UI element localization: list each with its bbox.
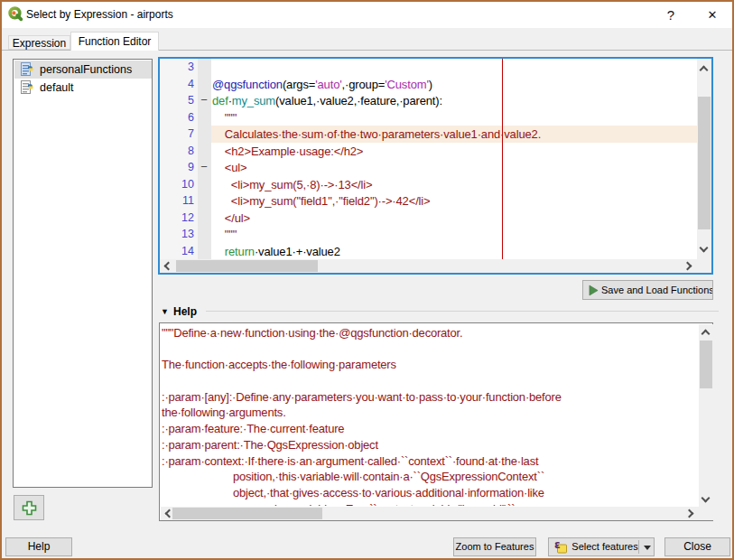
help-text-line: :·param·parent:·The·QgsExpression·object	[162, 438, 378, 452]
code-line: @qgsfunction(args='auto',·group='Custom'…	[211, 76, 697, 93]
code-line: """	[211, 226, 697, 243]
help-text-line: :·param·context:·If·there·is·an·argument…	[162, 454, 538, 468]
tab-expression[interactable]: Expression	[8, 35, 70, 50]
plus-icon	[22, 500, 37, 516]
line-number: 3	[160, 59, 194, 76]
titlebar-close-button[interactable]: ✕	[699, 2, 726, 28]
code-line: <li>my_sum("field1",·"field2")·->·42</li…	[211, 192, 697, 210]
code-line-text: <li>my_sum(5,·8)·->·13</li>	[212, 178, 372, 191]
split-button-divider	[638, 540, 639, 554]
add-function-file-button[interactable]	[14, 495, 44, 520]
help-text-line: expression·variables.·E.g.·``context.var…	[235, 502, 515, 506]
help-text-line: object,·that·gives·access·to·various·add…	[233, 486, 544, 499]
code-line	[211, 59, 697, 76]
help-group-title: Help	[173, 305, 197, 318]
help-vertical-scrollbar[interactable]	[699, 324, 713, 507]
titlebar-help-button[interactable]: ?	[657, 2, 684, 28]
code-line-text: </ul>	[212, 211, 250, 225]
help-hscroll-thumb[interactable]	[172, 508, 322, 519]
fold-marker-icon[interactable]: −	[200, 92, 209, 109]
dropdown-arrow-icon[interactable]	[644, 546, 651, 550]
select-features-label: Select features	[570, 538, 640, 555]
help-button[interactable]: Help	[5, 537, 72, 556]
scroll-down-icon[interactable]	[700, 244, 709, 253]
scroll-right-icon[interactable]	[685, 509, 694, 518]
line-number: 6	[160, 109, 194, 126]
help-text-line: the·following·arguments.	[162, 406, 286, 419]
line-number: 7	[160, 126, 194, 143]
code-line: <h2>Example·usage:</h2>	[211, 143, 697, 160]
editor-hscroll-thumb[interactable]	[176, 260, 318, 272]
function-file-item[interactable]: personalFunctions	[14, 61, 152, 79]
function-file-label: default	[40, 81, 74, 94]
line-number: 14	[160, 243, 194, 260]
scroll-up-icon[interactable]	[701, 330, 711, 339]
code-line: </ul>	[211, 210, 697, 227]
help-text: """Define·a·new·function·using·the·@qgsf…	[161, 324, 699, 506]
help-viewer[interactable]: """Define·a·new·function·using·the·@qgsf…	[159, 322, 713, 521]
editor-vscroll-thumb[interactable]	[698, 97, 711, 229]
code-line-text: """	[212, 228, 237, 241]
python-file-icon	[20, 62, 34, 77]
line-number: 4	[160, 76, 194, 93]
scroll-left-icon[interactable]	[164, 262, 173, 271]
tab-function-editor[interactable]: Function Editor	[70, 32, 159, 51]
python-file-icon	[20, 80, 34, 95]
code-line: def·my_sum(value1,·value2,·feature,·pare…	[211, 92, 697, 109]
line-number: 13	[160, 226, 194, 243]
help-group-frame	[206, 311, 719, 312]
code-line: return·value1·+·value2	[211, 243, 697, 260]
scroll-down-icon[interactable]	[701, 494, 711, 503]
select-features-button[interactable]: ε Select features	[548, 537, 655, 556]
code-line: """	[211, 109, 697, 126]
code-line-text: <li>my_sum("field1",·"field2")·->·42</li…	[212, 194, 431, 208]
help-scroll-corner	[699, 507, 713, 520]
help-horizontal-scrollbar[interactable]	[161, 507, 699, 520]
help-text-line: """Define·a·new·function·using·the·@qgsf…	[162, 326, 462, 340]
function-file-label: personalFunctions	[40, 63, 132, 76]
window-title: Select by Expression - airports	[26, 8, 173, 21]
line-number: 12	[160, 210, 194, 227]
current-line-highlight: Calculates·the·sum·of·the·two·parameters…	[211, 126, 697, 143]
editor-vertical-scrollbar[interactable]	[697, 59, 711, 259]
function-file-item[interactable]: default	[14, 79, 152, 97]
save-and-load-functions-button[interactable]: Save and Load Functions	[582, 280, 713, 300]
help-text-line: The·function·accepts·the·following·param…	[162, 358, 396, 371]
line-number-margin: 34567891011121314	[160, 59, 198, 259]
help-text-line: position,·this·variable·will·contain·a·`…	[233, 470, 544, 483]
run-icon	[589, 285, 599, 296]
line-number: 9	[160, 159, 194, 176]
qgis-logo-icon	[8, 6, 23, 22]
code-line-text: def·my_sum(value1,·value2,·feature,·pare…	[212, 94, 442, 107]
fold-marker-icon[interactable]: −	[200, 159, 209, 176]
line-number: 11	[160, 192, 194, 210]
close-button[interactable]: Close	[664, 537, 730, 556]
line-number: 5	[160, 92, 194, 109]
help-text-line: :·param·[any]:·Define·any·parameters·you…	[162, 390, 562, 404]
scroll-right-icon[interactable]	[683, 262, 692, 271]
editor-horizontal-scrollbar[interactable]	[160, 259, 697, 273]
collapse-arrow-icon[interactable]: ▼	[161, 307, 170, 316]
svg-text:ε: ε	[554, 539, 561, 551]
function-file-list[interactable]: personalFunctionsdefault	[13, 59, 153, 488]
code-line-text: @qgsfunction(args='auto',·group='Custom'…	[212, 78, 432, 91]
dialog-select-by-expression: Select by Expression - airports ? ✕ Expr…	[0, 0, 734, 560]
editor-scroll-corner	[697, 259, 711, 273]
code-line-text: <h2>Example·usage:</h2>	[212, 145, 363, 158]
line-number: 8	[160, 143, 194, 160]
code-line: <li>my_sum(5,·8)·->·13</li>	[211, 176, 697, 193]
code-line-text: """	[212, 111, 237, 125]
code-editor[interactable]: 34567891011121314 @qgsfunction(args='aut…	[158, 57, 713, 275]
scroll-up-icon[interactable]	[700, 66, 709, 75]
title-bar[interactable]: Select by Expression - airports ? ✕	[2, 2, 732, 28]
code-line-text: Calculates·the·sum·of·the·two·parameters…	[212, 127, 541, 141]
line-number: 10	[160, 176, 194, 193]
help-text-line: :·param·feature:·The·current·feature	[162, 422, 344, 435]
zoom-to-features-button[interactable]: Zoom to Features	[453, 537, 536, 556]
select-features-icon: ε	[553, 539, 569, 555]
code-line: <ul>	[211, 159, 697, 176]
help-vscroll-thumb[interactable]	[700, 341, 712, 388]
code-text-area[interactable]: @qgsfunction(args='auto',·group='Custom'…	[211, 59, 697, 259]
edge-column-marker	[502, 59, 503, 259]
code-line-text: return·value1·+·value2	[212, 245, 340, 258]
